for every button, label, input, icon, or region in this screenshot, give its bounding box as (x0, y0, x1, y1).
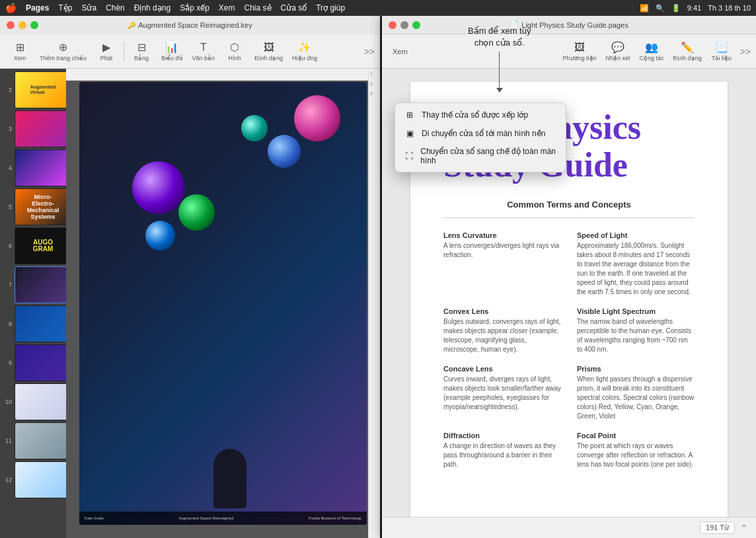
slide-thumb-3[interactable] (15, 110, 66, 147)
toolbar-table-label: Bảng (134, 55, 149, 61)
term-name-5: Prisms (577, 365, 695, 373)
slide-wrapper-6: 6 AUGOGRAM (15, 227, 63, 264)
time-display: 9:41 (687, 4, 701, 12)
slide-background (79, 82, 367, 525)
toolbar-doc-btn[interactable]: 📃 Tài liệu (707, 38, 736, 64)
pages-minimize-button[interactable] (400, 21, 408, 29)
toolbar-sep-1 (124, 42, 124, 61)
toolbar-play-btn[interactable]: ▶ Phát (92, 38, 121, 64)
toolbar-chart-btn[interactable]: 📊 Biểu đồ (157, 38, 187, 64)
menu-arrange[interactable]: Sắp xếp (180, 3, 209, 13)
term-def-2: Bulges outward, converges rays of light,… (443, 317, 561, 354)
toolbar-shape-btn[interactable]: ⬡ Hình (220, 38, 249, 64)
toolbar-format-pages-btn[interactable]: ✏️ Định dạng (669, 38, 706, 64)
toolbar-effects-btn[interactable]: ✨ Hiệu ứng (288, 38, 321, 64)
term-def-5: When light passes through a dispersive p… (577, 375, 695, 421)
toolbar-text-btn[interactable]: T Văn bản (188, 39, 219, 64)
add-slide-icon: ⊕ (59, 41, 67, 54)
toolbar-collab-btn[interactable]: 👥 Cộng tác (636, 38, 668, 64)
menu-window[interactable]: Cửa sổ (281, 3, 307, 13)
keynote-toolbar: ⊞ Xem ⊕ Thêm trang chiếu ▶ Phát ⊟ Bảng 📊… (0, 34, 380, 69)
ctx-item-0[interactable]: ⊞ Thay thế cửa sổ được xếp lớp (395, 106, 566, 124)
slide-num-12: 12 (3, 477, 12, 483)
slide-thumb-4-content (15, 150, 66, 186)
slide-panel[interactable]: 2 AugmentedVirtual 3 4 5 Micr (0, 69, 66, 538)
wifi-icon: 📶 (640, 4, 649, 13)
slide-thumb-4[interactable] (15, 149, 66, 186)
search-icon[interactable]: 🔍 (656, 4, 665, 13)
slide-num-10: 10 (3, 399, 12, 405)
ctx-label-2: Chuyển cửa sổ sang chế độ toàn màn hình (420, 147, 556, 165)
slide-thumb-9[interactable] (15, 344, 66, 381)
format-icon: 🖼 (264, 42, 274, 54)
slide-spheres (261, 95, 340, 174)
page-counter[interactable]: 191 Từ (700, 521, 735, 534)
minimize-button[interactable] (19, 21, 26, 29)
menu-share[interactable]: Chia sẻ (245, 3, 272, 13)
slide-wrapper-7: 7 (15, 266, 63, 303)
slide-thumb-8[interactable] (15, 305, 66, 342)
keynote-body: 2 AugmentedVirtual 3 4 5 Micr (0, 69, 380, 538)
ctx-item-1[interactable]: ▣ Di chuyển cửa sổ tới màn hình nền (395, 124, 566, 143)
menu-pages[interactable]: Pages (26, 3, 49, 13)
term-def-4: Curves inward, diverges rays of light, m… (443, 375, 561, 412)
toolbar-format-btn[interactable]: 🖼 Định dạng (250, 39, 287, 64)
slide-thumb-11[interactable] (15, 422, 66, 459)
term-name-6: Diffraction (443, 432, 561, 440)
term-def-0: A lens converges/diverges light rays via… (443, 241, 561, 260)
menu-view[interactable]: Xem (219, 3, 235, 13)
pages-window: 📄 Light Physics Study Guide.pages Xem 🖼 … (382, 16, 756, 538)
slide-num-8: 8 (3, 321, 12, 327)
toolbar-table-btn[interactable]: ⊟ Bảng (127, 38, 156, 64)
apple-menu[interactable]: 🍎 (5, 3, 17, 13)
term-name-0: Lens Curvature (443, 231, 561, 239)
slide-thumb-8-content (15, 306, 66, 342)
media-icon: 🖼 (574, 42, 585, 54)
pages-maximize-button[interactable] (412, 21, 420, 29)
page-from-label: Từ (720, 523, 729, 531)
toolbar-xem-btn[interactable]: Xem (387, 48, 413, 56)
menu-format[interactable]: Định dạng (134, 3, 170, 13)
page-stepper[interactable]: ⌃ (740, 523, 748, 533)
slide-thumb-5[interactable]: Micro-Electro-MechanicalSystems (15, 188, 66, 225)
menu-insert[interactable]: Chèn (106, 3, 125, 13)
slide-thumb-6[interactable]: AUGOGRAM (15, 227, 66, 264)
slide-num-6: 6 (3, 243, 12, 249)
term-visible-spectrum: Visible Light Spectrum The narrow band o… (577, 307, 695, 354)
toolbar-more-btn[interactable]: >> (364, 46, 375, 57)
sphere-pink (294, 95, 340, 141)
slide-thumb-10[interactable] (15, 383, 66, 420)
pages-titlebar: 📄 Light Physics Study Guide.pages (382, 16, 756, 34)
terms-grid: Lens Curvature A lens converges/diverges… (443, 231, 695, 469)
toolbar-view-label: Xem (14, 55, 26, 61)
toolbar-media-btn[interactable]: 🖼 Phương tiện (559, 39, 601, 64)
ctx-icon-1: ▣ (404, 128, 415, 139)
menu-file[interactable]: Tệp (58, 3, 72, 13)
menu-edit[interactable]: Sửa (81, 3, 96, 13)
keynote-filename: Augmented Space Reimagined.key (138, 21, 252, 29)
ctx-item-2[interactable]: ⛶ Chuyển cửa sổ sang chế độ toàn màn hìn… (395, 143, 566, 169)
pages-toolbar: Xem 🖼 Phương tiện 💬 Nhận xét 👥 Cộng tác … (382, 34, 756, 69)
slide-thumb-12[interactable] (15, 461, 66, 498)
pages-toolbar-more-btn[interactable]: >> (740, 46, 751, 57)
toolbar-add-slide-btn[interactable]: ⊕ Thêm trang chiếu (36, 38, 91, 64)
toolbar-view-btn[interactable]: ⊞ Xem (5, 38, 34, 64)
maximize-button[interactable] (30, 21, 38, 29)
slide-main-canvas[interactable]: Kate Grela Augmented Space Reimagined Fu… (66, 69, 380, 538)
slide-thumb-7[interactable] (15, 266, 66, 303)
slide-thumb-2[interactable]: AugmentedVirtual (15, 71, 66, 108)
close-button[interactable] (7, 21, 15, 29)
toolbar-collab-label: Cộng tác (640, 55, 664, 61)
slide-footer-right: Funda Museum of Technology (309, 516, 361, 520)
toolbar-play-label: Phát (100, 55, 113, 61)
doc-icon: 📃 (715, 41, 728, 54)
pages-footer: 191 Từ ⌃ (382, 517, 756, 538)
pages-close-button[interactable] (389, 21, 397, 29)
keynote-window: 🔑 Augmented Space Reimagined.key ⊞ Xem ⊕… (0, 16, 380, 538)
slide-footer: Kate Grela Augmented Space Reimagined Fu… (79, 512, 367, 525)
slide-wrapper-2: 2 AugmentedVirtual (15, 71, 63, 108)
slide-wrapper-10: 10 (15, 383, 63, 420)
toolbar-comment-btn[interactable]: 💬 Nhận xét (602, 38, 634, 64)
slide-num-11: 11 (3, 438, 12, 444)
menu-help[interactable]: Trợ giúp (316, 3, 345, 13)
